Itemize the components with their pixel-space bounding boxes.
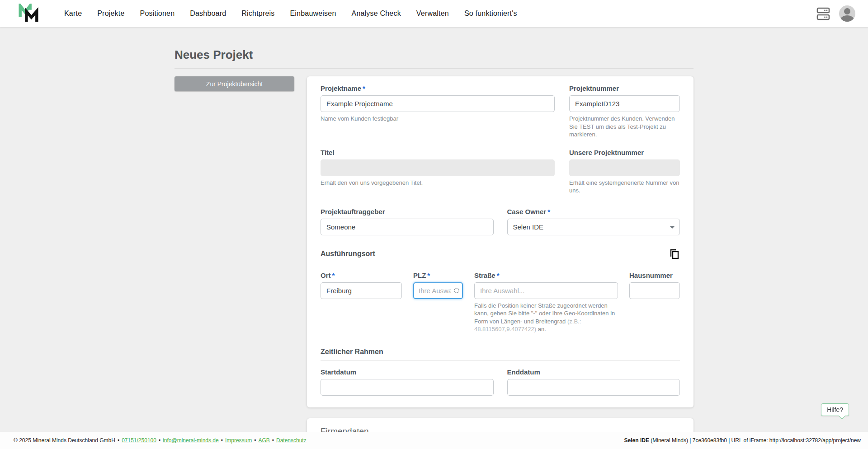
unsere-projektnummer-input <box>569 159 680 176</box>
ort-input[interactable] <box>321 282 402 299</box>
required-marker: * <box>427 271 430 279</box>
form-column: Projektname* Name vom Kunden festlegbar … <box>307 76 693 449</box>
hausnummer-label: Hausnummer <box>629 271 680 279</box>
section-divider <box>321 264 680 264</box>
field-projektnummer: Projektnummer Projektnummer des Kunden. … <box>569 84 680 139</box>
footer-link-impressum[interactable]: Impressum <box>225 437 252 444</box>
loading-spinner-icon <box>454 288 459 293</box>
field-projektauftraggeber: Projektauftraggeber <box>321 208 494 235</box>
server-icon[interactable] <box>816 5 830 22</box>
section-divider <box>321 360 680 360</box>
project-overview-button[interactable]: Zur Projektübersicht <box>175 76 294 91</box>
field-ort: Ort* <box>321 271 402 333</box>
unsere-projektnummer-helper: Erhält eine systemgenerierte Nummer von … <box>569 179 680 195</box>
projektname-helper: Name vom Kunden festlegbar <box>321 115 555 123</box>
field-hausnummer: Hausnummer <box>629 271 680 333</box>
titel-label: Titel <box>321 149 555 156</box>
nav-item-einbauweisen[interactable]: Einbauweisen <box>290 9 336 18</box>
page-title: Neues Projekt <box>175 48 693 69</box>
plz-label: PLZ* <box>413 271 463 279</box>
section-title-zeitlicher-rahmen: Zeitlicher Rahmen <box>321 348 383 356</box>
projektnummer-input[interactable] <box>569 95 680 112</box>
required-marker: * <box>547 208 550 215</box>
footer-link-phone[interactable]: 07151/250100 <box>122 437 156 444</box>
strasse-helper: Falls die Position keiner Straße zugeord… <box>474 302 618 333</box>
section-title-ausfuehrungsort: Ausführungsort <box>321 250 375 258</box>
footer-status-text: Selen IDE (Mineral Minds) | 7ce360e83fb0… <box>624 437 861 444</box>
page-content: Neues Projekt Zur Projektübersicht Proje… <box>175 27 693 449</box>
hausnummer-input[interactable] <box>629 282 680 299</box>
enddatum-input[interactable] <box>507 379 680 396</box>
nav-item-dashboard[interactable]: Dashboard <box>190 9 226 18</box>
field-plz: PLZ* <box>413 271 463 333</box>
case-owner-value: Selen IDE <box>513 223 544 231</box>
field-unsere-projektnummer: Unsere Projektnummer Erhält eine systemg… <box>569 149 680 195</box>
nav-item-analyse-check[interactable]: Analyse Check <box>352 9 401 18</box>
projektnummer-helper: Projektnummer des Kunden. Verwenden Sie … <box>569 115 680 139</box>
avatar-body <box>840 15 854 22</box>
field-titel: Titel Erhält den von uns vorgegebenen Ti… <box>321 149 555 195</box>
required-marker: * <box>332 271 335 279</box>
nav-item-verwalten[interactable]: Verwalten <box>416 9 449 18</box>
startdatum-input[interactable] <box>321 379 494 396</box>
field-startdatum: Startdatum <box>321 368 494 396</box>
field-case-owner: Case Owner* Selen IDE <box>507 208 680 235</box>
projektname-input[interactable] <box>321 95 555 112</box>
main-nav: Karte Projekte Positionen Dashboard Rich… <box>64 9 517 18</box>
projektauftraggeber-label: Projektauftraggeber <box>321 208 494 215</box>
footer-link-email[interactable]: info@mineral-minds.de <box>163 437 219 444</box>
field-projektname: Projektname* Name vom Kunden festlegbar <box>321 84 555 139</box>
titel-input <box>321 159 555 176</box>
enddatum-label: Enddatum <box>507 368 680 376</box>
case-owner-select[interactable]: Selen IDE <box>507 219 680 235</box>
topbar-right <box>816 5 855 22</box>
field-enddatum: Enddatum <box>507 368 680 396</box>
strasse-input[interactable] <box>474 282 618 299</box>
footer-copyright: © 2025 Mineral Minds Deutschland GmbH <box>14 437 115 444</box>
nav-item-karte[interactable]: Karte <box>64 9 82 18</box>
footer-link-datenschutz[interactable]: Datenschutz <box>276 437 307 444</box>
project-form-card: Projektname* Name vom Kunden festlegbar … <box>307 76 693 407</box>
strasse-label: Straße* <box>474 271 618 279</box>
help-button[interactable]: Hilfe? <box>821 403 849 416</box>
avatar-head <box>844 8 850 14</box>
mineral-minds-logo-icon[interactable] <box>17 4 40 23</box>
titel-helper: Erhält den von uns vorgegebenen Titel. <box>321 179 555 187</box>
user-avatar-icon[interactable] <box>839 5 855 22</box>
ort-label: Ort* <box>321 271 402 279</box>
unsere-projektnummer-label: Unsere Projektnummer <box>569 149 680 156</box>
projektname-label: Projektname* <box>321 84 555 92</box>
projektnummer-label: Projektnummer <box>569 84 680 92</box>
nav-item-so-funktionierts[interactable]: So funktioniert's <box>464 9 517 18</box>
chevron-down-icon <box>670 226 675 229</box>
projektauftraggeber-input[interactable] <box>321 219 494 235</box>
nav-item-richtpreis[interactable]: Richtpreis <box>241 9 274 18</box>
copy-icon[interactable] <box>669 249 680 260</box>
left-column: Zur Projektübersicht <box>175 76 294 91</box>
footer: © 2025 Mineral Minds Deutschland GmbH • … <box>0 432 868 449</box>
startdatum-label: Startdatum <box>321 368 494 376</box>
top-navigation-bar: Karte Projekte Positionen Dashboard Rich… <box>0 0 868 27</box>
nav-item-projekte[interactable]: Projekte <box>97 9 124 18</box>
nav-item-positionen[interactable]: Positionen <box>140 9 175 18</box>
required-marker: * <box>497 271 500 279</box>
field-strasse: Straße* Falls die Position keiner Straße… <box>474 271 618 333</box>
footer-link-agb[interactable]: AGB <box>258 437 269 444</box>
required-marker: * <box>363 84 365 92</box>
footer-left: © 2025 Mineral Minds Deutschland GmbH • … <box>14 437 307 444</box>
case-owner-label: Case Owner* <box>507 208 680 215</box>
